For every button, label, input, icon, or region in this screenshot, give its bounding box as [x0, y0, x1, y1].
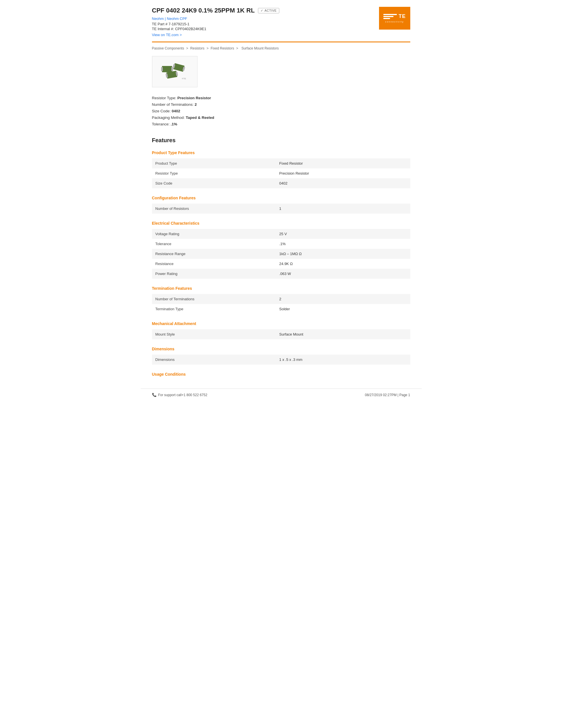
table-row: Power Rating.063 W — [152, 269, 410, 279]
table-cell-value: .063 W — [276, 269, 410, 279]
sections-container: Product Type FeaturesProduct TypeFixed R… — [141, 148, 422, 383]
quick-specs: Resistor Type: Precision Resistor Number… — [141, 93, 422, 134]
table-row: Product TypeFixed Resistor — [152, 158, 410, 168]
svg-text:≡TE: ≡TE — [182, 77, 186, 80]
table-cell-value: Precision Resistor — [276, 168, 410, 178]
table-row: Tolerance.1% — [152, 239, 410, 249]
table-row: Number of Resistors1 — [152, 204, 410, 214]
quick-spec-resistor-type: Resistor Type: Precision Resistor — [152, 96, 410, 100]
table-cell-value: 1 — [276, 204, 410, 214]
table-cell-value: 25 V — [276, 229, 410, 239]
section-title-4: Mechanical Attachment — [152, 319, 410, 328]
product-title-text: CPF 0402 24K9 0.1% 25PPM 1K RL — [152, 7, 255, 14]
table-cell-label: Power Rating — [152, 269, 276, 279]
te-logo-bar-3 — [383, 18, 390, 19]
svg-rect-0 — [162, 66, 172, 72]
table-row: Resistor TypePrecision Resistor — [152, 168, 410, 178]
table-cell-label: Tolerance — [152, 239, 276, 249]
breadcrumb-fixed-resistors[interactable]: Fixed Resistors — [211, 46, 234, 50]
table-cell-label: Resistance — [152, 259, 276, 269]
table-row: Number of Terminations2 — [152, 294, 410, 304]
section-3: Termination FeaturesNumber of Terminatio… — [141, 284, 422, 319]
footer-support-text: For support call+1 800 522 6752 — [158, 393, 208, 397]
view-on-te-link[interactable]: View on TE.com > — [152, 33, 182, 37]
breadcrumb: Passive Components > Resistors > Fixed R… — [141, 42, 422, 53]
te-part-number: TE Part # 7-1879215-1 — [152, 22, 279, 26]
table-cell-label: Product Type — [152, 158, 276, 168]
feature-table-0: Product TypeFixed ResistorResistor TypeP… — [152, 158, 410, 188]
table-cell-value: 1 x .5 x .3 mm — [276, 355, 410, 365]
table-row: Mount StyleSurface Mount — [152, 329, 410, 339]
table-cell-value: Solder — [276, 304, 410, 314]
section-6: Usage Conditions — [141, 370, 422, 383]
te-logo: TE connectivity — [379, 7, 410, 30]
table-row: Resistance Range1kΩ – 1MΩ Ω — [152, 249, 410, 259]
table-cell-label: Resistor Type — [152, 168, 276, 178]
table-cell-value: 24.9K Ω — [276, 259, 410, 269]
product-image-area: ≡TE — [141, 53, 422, 93]
section-title-6: Usage Conditions — [152, 370, 410, 378]
product-image-svg: ≡TE — [158, 62, 192, 82]
breadcrumb-passive[interactable]: Passive Components — [152, 46, 184, 50]
section-title-3: Termination Features — [152, 284, 410, 292]
section-2: Electrical CharacteristicsVoltage Rating… — [141, 219, 422, 284]
te-logo-subtext: connectivity — [385, 20, 404, 23]
brand-links: Neohm | Neohm CPF — [152, 16, 279, 21]
te-logo-bar-1 — [383, 14, 397, 15]
table-cell-label: Size Code — [152, 178, 276, 188]
feature-table-1: Number of Resistors1 — [152, 204, 410, 214]
brand-link-neohm[interactable]: Neohm — [152, 16, 164, 21]
table-cell-value: 2 — [276, 294, 410, 304]
footer: 📞 For support call+1 800 522 6752 08/27/… — [141, 388, 422, 401]
table-cell-label: Mount Style — [152, 329, 276, 339]
quick-spec-terminations: Number of Terminations: 2 — [152, 102, 410, 107]
table-row: Resistance24.9K Ω — [152, 259, 410, 269]
table-cell-value: 0402 — [276, 178, 410, 188]
te-logo-bar-2 — [383, 16, 393, 17]
feature-table-3: Number of Terminations2Termination TypeS… — [152, 294, 410, 314]
header: CPF 0402 24K9 0.1% 25PPM 1K RL ACTIVE Ne… — [141, 0, 422, 42]
table-row: Termination TypeSolder — [152, 304, 410, 314]
quick-spec-size-code: Size Code: 0402 — [152, 109, 410, 113]
table-cell-value: .1% — [276, 239, 410, 249]
table-cell-label: Number of Terminations — [152, 294, 276, 304]
table-cell-value: 1kΩ – 1MΩ Ω — [276, 249, 410, 259]
table-cell-label: Termination Type — [152, 304, 276, 314]
te-internal-number: TE Internal #: CPF0402B24K9E1 — [152, 27, 279, 31]
header-left: CPF 0402 24K9 0.1% 25PPM 1K RL ACTIVE Ne… — [152, 7, 279, 37]
footer-date-page: 08/27/2019 02:27PM | Page 1 — [365, 393, 410, 397]
table-cell-value: Surface Mount — [276, 329, 410, 339]
section-title-0: Product Type Features — [152, 148, 410, 157]
brand-link-neohm-cpf[interactable]: Neohm CPF — [167, 16, 187, 21]
quick-spec-tolerance: Tolerance: .1% — [152, 122, 410, 126]
section-1: Configuration FeaturesNumber of Resistor… — [141, 193, 422, 219]
section-title-5: Dimensions — [152, 344, 410, 353]
table-cell-label: Voltage Rating — [152, 229, 276, 239]
table-cell-label: Resistance Range — [152, 249, 276, 259]
table-row: Voltage Rating25 V — [152, 229, 410, 239]
section-4: Mechanical AttachmentMount StyleSurface … — [141, 319, 422, 344]
footer-support: 📞 For support call+1 800 522 6752 — [152, 393, 208, 397]
quick-spec-packaging: Packaging Method: Taped & Reeled — [152, 115, 410, 120]
phone-icon: 📞 — [152, 393, 157, 397]
features-heading: Features — [141, 134, 422, 148]
breadcrumb-resistors[interactable]: Resistors — [190, 46, 205, 50]
table-cell-value: Fixed Resistor — [276, 158, 410, 168]
table-row: Size Code0402 — [152, 178, 410, 188]
breadcrumb-surface-mount: Surface Mount Resistors — [242, 46, 279, 50]
te-logo-text: TE — [399, 13, 406, 19]
section-title-2: Electrical Characteristics — [152, 219, 410, 227]
svg-rect-1 — [161, 67, 163, 71]
section-title-1: Configuration Features — [152, 193, 410, 202]
section-0: Product Type FeaturesProduct TypeFixed R… — [141, 148, 422, 193]
product-image-box: ≡TE — [152, 56, 198, 87]
table-cell-label: Dimensions — [152, 355, 276, 365]
feature-table-4: Mount StyleSurface Mount — [152, 329, 410, 339]
table-row: Dimensions1 x .5 x .3 mm — [152, 355, 410, 365]
table-cell-label: Number of Resistors — [152, 204, 276, 214]
active-badge: ACTIVE — [258, 8, 279, 13]
feature-table-2: Voltage Rating25 VTolerance.1%Resistance… — [152, 229, 410, 279]
section-5: DimensionsDimensions1 x .5 x .3 mm — [141, 344, 422, 370]
feature-table-5: Dimensions1 x .5 x .3 mm — [152, 355, 410, 365]
product-title: CPF 0402 24K9 0.1% 25PPM 1K RL ACTIVE — [152, 7, 279, 14]
